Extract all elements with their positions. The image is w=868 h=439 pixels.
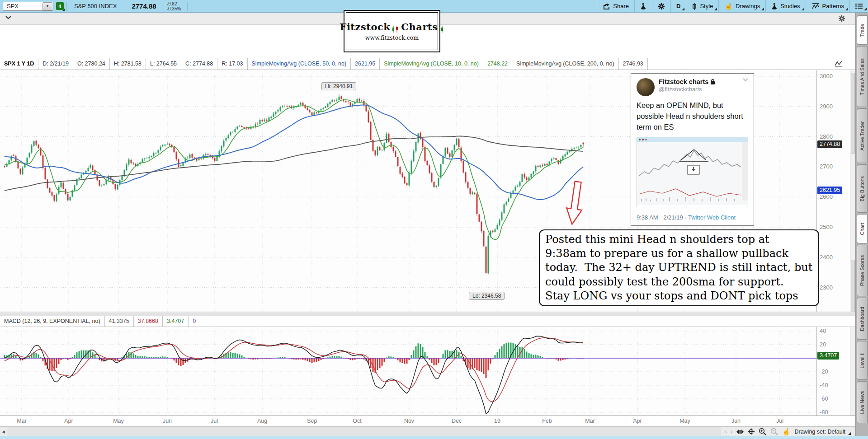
price-tick-label: 2400 (820, 254, 833, 261)
ohlc-cell: SimpleMovingAvg (CLOSE, 50, 0, no) (248, 58, 351, 70)
macd-tick-label: 40 (820, 327, 826, 334)
drawings-button[interactable]: ☝ Drawings (719, 0, 765, 12)
price-tick-label: 3000 (820, 73, 833, 79)
tweet-avatar (637, 78, 655, 96)
tweet-source-link[interactable]: Twitter Web Client (688, 214, 736, 221)
ohlc-cell: SimpleMovingAvg (CLOSE, 200, 0, no) (512, 58, 619, 70)
tab-level-ii[interactable]: Level II (857, 341, 868, 380)
trading-platform-window: SPX ▼ 4 S&P 500 INDEX 2774.88 -9.82-0.35… (0, 0, 868, 439)
pan-mode-icon[interactable] (736, 429, 744, 434)
macd-tick-label: 20 (820, 341, 826, 348)
ohlc-cell: L: 2764.55 (146, 58, 181, 70)
price-tick-label: 2300 (820, 284, 833, 291)
red-down-arrow[interactable] (565, 181, 586, 225)
month-label: May (679, 418, 690, 424)
macd-chart[interactable] (0, 327, 816, 416)
sma200-line (5, 136, 583, 190)
crosshair-icon[interactable] (748, 428, 755, 435)
macd-line (5, 336, 583, 414)
share-button[interactable]: Share (597, 0, 634, 12)
month-label: Mar (17, 418, 27, 424)
price-tick-label: 2900 (820, 103, 833, 110)
month-label: Oct (353, 418, 361, 424)
lo-marker-label: Lo: 2346.58 (469, 292, 505, 300)
analysis-tools-button[interactable] (635, 0, 652, 12)
month-label: 19 (494, 418, 500, 424)
timeframe-button[interactable]: D (671, 0, 686, 12)
annotation-note[interactable]: Posted this mini Head n shoulders top at… (539, 229, 819, 306)
sma10-line (5, 100, 583, 240)
hi-marker-label: Hi: 2940.91 (321, 82, 356, 90)
sma50-price-badge: 2621.95 (817, 187, 842, 194)
tab-active-trader[interactable]: Active Trader (857, 108, 868, 163)
studies-button[interactable]: Studies (766, 0, 805, 12)
patterns-button[interactable]: Patterns (806, 0, 849, 12)
month-label: Aug (257, 418, 267, 424)
month-label: Jun (163, 418, 172, 424)
month-label: Jul (211, 418, 218, 424)
pane-gear-icon[interactable] (838, 15, 845, 22)
chart-menu-button[interactable] (850, 0, 868, 12)
zoom-in-button[interactable] (759, 428, 766, 435)
ohlc-cell: 2748.22 (483, 58, 512, 70)
symbol-select[interactable]: SPX ▼ (3, 2, 53, 11)
list-icon (855, 3, 863, 9)
scroll-left-button[interactable]: ◀ (0, 427, 7, 436)
price-change: -9.82-0.35% (167, 1, 181, 11)
ohlc-cell: O: 2780.24 (73, 58, 110, 70)
tab-times-and-sales[interactable]: Times And Sales (857, 46, 868, 107)
macd-pane[interactable] (0, 327, 816, 416)
last-price-badge: 2774.88 (817, 140, 842, 148)
chart-settings-icon[interactable] (835, 60, 843, 67)
link-group-badge[interactable]: 4 (56, 2, 64, 10)
symbol-value: SPX (3, 3, 42, 9)
macd-header: MACD (12, 26, 9, EXPONENTIAL, no)41.3375… (0, 316, 855, 327)
tweet-author: Fitzstock charts (659, 78, 739, 85)
macd-cell: 37.8668 (134, 316, 163, 327)
time-axis[interactable]: MarAprMayJunJulAugSepOctNovDec19FebMarAp… (0, 416, 855, 426)
step-right-icon[interactable]: › (731, 429, 732, 434)
ohlc-cell: SPX 1 Y 1D (0, 58, 38, 70)
month-label: Nov (404, 418, 414, 424)
macd-signal-line (5, 338, 583, 402)
macd-value-badge: 3.4707 (817, 352, 839, 360)
tab-phase-scores[interactable]: Phase Scores (857, 245, 868, 296)
logo-url: www.fitzstock.com (365, 34, 419, 41)
logo-title: Fitzstock Charts (340, 21, 444, 33)
price-tick-label: 2600 (820, 193, 833, 200)
collapse-chevron-icon[interactable] (5, 16, 11, 19)
tweet-collapse-chevron-icon[interactable] (743, 78, 748, 81)
logo-candles-icon (392, 26, 399, 33)
sma50-line (5, 105, 583, 200)
tab-dashboard[interactable]: Dashboard (857, 298, 868, 340)
macd-cell: 0 (189, 316, 200, 327)
tab-chart[interactable]: Chart (857, 214, 868, 243)
step-left-icon[interactable]: ‹ (725, 429, 726, 434)
month-label: Mar (585, 418, 595, 424)
symbol-name: S&P 500 INDEX (74, 3, 117, 9)
tab-live-news[interactable]: Live News (857, 381, 868, 423)
zoom-out-button[interactable] (770, 428, 778, 435)
style-button[interactable]: Style (686, 0, 718, 12)
macd-tick-label: -80 (820, 409, 828, 416)
macd-cell: 3.4707 (163, 316, 189, 327)
ohlc-cell: C: 2774.88 (181, 58, 217, 70)
symbol-dropdown-button[interactable]: ▼ (42, 2, 52, 10)
tab-trade[interactable]: Trade (857, 15, 868, 45)
tweet-image[interactable] (637, 137, 748, 207)
settings-button[interactable] (652, 0, 670, 12)
month-label: Sep (307, 418, 317, 424)
hand-tool-button[interactable]: ☝ (782, 428, 791, 436)
drawing-set-selector[interactable]: Drawing set: Default (794, 429, 851, 435)
pattern-icon (811, 3, 820, 9)
macd-cell: 41.3375 (105, 316, 134, 327)
macd-tick-label: -40 (820, 382, 828, 388)
vertical-scrollbar[interactable] (850, 70, 855, 426)
horizontal-scrollbar[interactable] (7, 427, 721, 436)
tab-big-buttons[interactable]: Big Buttons (857, 164, 868, 213)
tweet-text: Keep an OPEN MIND, but possible Head n s… (637, 100, 748, 133)
month-label: Apr (64, 418, 73, 424)
candlestick-icon (692, 3, 697, 10)
pane-splitter[interactable] (0, 312, 855, 316)
ohlc-cell: SimpleMovingAvg (CLOSE, 10, 0, no) (380, 58, 483, 70)
